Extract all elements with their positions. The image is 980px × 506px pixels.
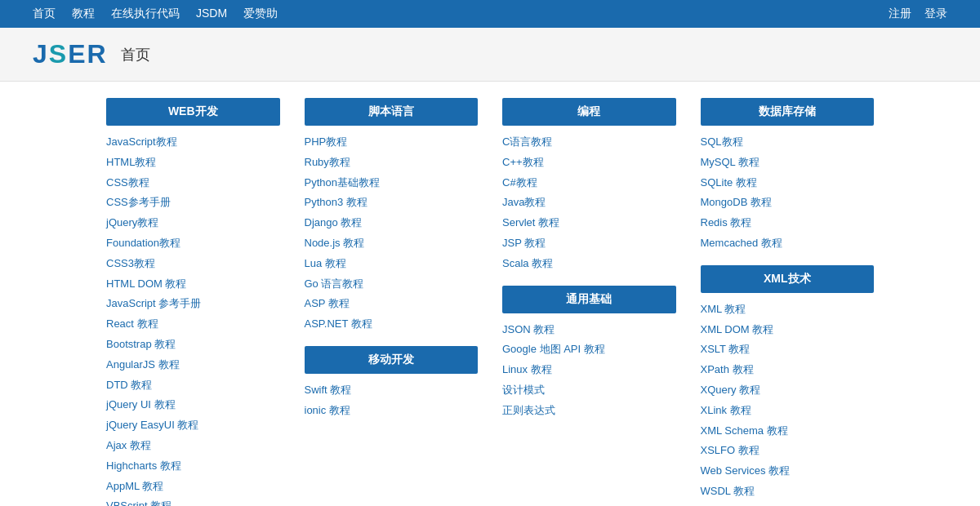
- tutorial-link[interactable]: JSP 教程: [502, 237, 546, 249]
- tutorial-link[interactable]: AngularJS 教程: [106, 358, 180, 371]
- list-item: Node.js 教程: [305, 235, 479, 252]
- list-xml: XML 教程XML DOM 教程XSLT 教程XPath 教程XQuery 教程…: [701, 301, 875, 500]
- tutorial-link[interactable]: Scala 教程: [502, 257, 553, 269]
- nav-right: 注册 登录: [889, 7, 947, 21]
- nav-login[interactable]: 登录: [924, 7, 947, 21]
- nav-home[interactable]: 首页: [33, 7, 56, 21]
- list-item: XLink 教程: [701, 402, 875, 419]
- tutorial-link[interactable]: Python基础教程: [305, 176, 380, 189]
- tutorial-link[interactable]: Google 地图 API 教程: [502, 343, 605, 355]
- tutorial-link[interactable]: Bootstrap 教程: [106, 338, 176, 350]
- tutorial-link[interactable]: Java教程: [502, 196, 546, 208]
- list-item: XML 教程: [701, 301, 875, 318]
- nav-jsdm[interactable]: JSDM: [196, 7, 227, 21]
- tutorial-link[interactable]: ASP.NET 教程: [305, 317, 372, 330]
- tutorial-link[interactable]: JavaScript 参考手册: [106, 297, 201, 309]
- tutorial-link[interactable]: XML 教程: [701, 303, 746, 315]
- tutorial-link[interactable]: 正则表达式: [502, 404, 555, 416]
- tutorial-link[interactable]: CSS3教程: [106, 257, 155, 269]
- tutorial-link[interactable]: JavaScript教程: [106, 135, 177, 148]
- tutorial-link[interactable]: 设计模式: [502, 384, 545, 396]
- list-item: Foundation教程: [106, 235, 280, 252]
- tutorial-link[interactable]: CSS参考手册: [106, 196, 171, 208]
- tutorial-link[interactable]: Redis 教程: [701, 216, 752, 229]
- tutorial-link[interactable]: Python3 教程: [305, 196, 368, 208]
- tutorial-link[interactable]: XPath 教程: [701, 363, 754, 375]
- nav-register[interactable]: 注册: [889, 7, 911, 21]
- list-item: MongoDB 教程: [701, 194, 875, 211]
- tutorial-link[interactable]: PHP教程: [305, 135, 348, 148]
- tutorial-link[interactable]: Ruby教程: [305, 156, 350, 168]
- list-item: SQL教程: [701, 134, 875, 151]
- nav-online-code[interactable]: 在线执行代码: [111, 7, 180, 21]
- tutorial-link[interactable]: Node.js 教程: [305, 237, 365, 249]
- tutorial-link[interactable]: XSLT 教程: [701, 343, 751, 355]
- tutorial-link[interactable]: HTML教程: [106, 156, 156, 168]
- tutorial-link[interactable]: XML DOM 教程: [701, 323, 774, 335]
- tutorial-link[interactable]: C#教程: [502, 176, 537, 189]
- header-general: 通用基础: [502, 286, 676, 313]
- site-header: JSER 首页: [0, 28, 980, 82]
- tutorial-link[interactable]: Go 语言教程: [305, 277, 364, 290]
- tutorial-link[interactable]: DTD 教程: [106, 379, 152, 391]
- tutorial-link[interactable]: Servlet 教程: [502, 216, 559, 229]
- tutorial-link[interactable]: XLink 教程: [701, 404, 751, 416]
- tutorial-link[interactable]: Django 教程: [305, 216, 363, 229]
- list-item: Python3 教程: [305, 194, 479, 211]
- tutorial-link[interactable]: jQuery教程: [106, 216, 158, 229]
- tutorial-link[interactable]: Memcached 教程: [701, 237, 782, 249]
- list-item: jQuery教程: [106, 215, 280, 232]
- list-item: Servlet 教程: [502, 215, 676, 232]
- tutorial-link[interactable]: ionic 教程: [305, 404, 350, 416]
- header-mobile: 移动开发: [305, 346, 479, 374]
- tutorial-link[interactable]: jQuery UI 教程: [106, 398, 176, 411]
- tutorial-link[interactable]: AppML 教程: [106, 480, 163, 492]
- tutorial-link[interactable]: VBScript 教程: [106, 499, 172, 506]
- list-item: Highcharts 教程: [106, 458, 280, 475]
- tutorial-link[interactable]: CSS教程: [106, 176, 149, 189]
- tutorial-link[interactable]: HTML DOM 教程: [106, 277, 186, 290]
- tutorial-link[interactable]: ASP 教程: [305, 297, 350, 309]
- tutorial-link[interactable]: Ajax 教程: [106, 439, 151, 451]
- list-item: Web Services 教程: [701, 463, 875, 480]
- tutorial-link[interactable]: WSDL 教程: [701, 485, 755, 497]
- tutorial-link[interactable]: MongoDB 教程: [701, 196, 772, 208]
- list-item: Google 地图 API 教程: [502, 341, 676, 358]
- list-item: jQuery UI 教程: [106, 397, 280, 414]
- list-item: Java教程: [502, 194, 676, 211]
- tutorial-link[interactable]: MySQL 教程: [701, 156, 760, 168]
- list-item: XML Schema 教程: [701, 423, 875, 440]
- list-item: XML DOM 教程: [701, 322, 875, 339]
- tutorial-link[interactable]: C语言教程: [502, 135, 552, 148]
- tutorial-link[interactable]: jQuery EasyUI 教程: [106, 419, 198, 431]
- list-item: XSLFO 教程: [701, 442, 875, 459]
- tutorial-link[interactable]: Highcharts 教程: [106, 459, 181, 472]
- col-database: 数据库存储 SQL教程MySQL 教程SQLite 教程MongoDB 教程Re…: [701, 98, 875, 506]
- tutorial-link[interactable]: XML Schema 教程: [701, 424, 788, 437]
- list-item: CSS教程: [106, 175, 280, 192]
- tutorial-link[interactable]: Swift 教程: [305, 384, 352, 396]
- tutorial-link[interactable]: React 教程: [106, 317, 158, 330]
- tutorial-link[interactable]: XSLFO 教程: [701, 444, 760, 456]
- tutorial-link[interactable]: SQLite 教程: [701, 176, 757, 189]
- nav-tutorials[interactable]: 教程: [72, 7, 95, 21]
- list-item: Go 语言教程: [305, 276, 479, 293]
- list-item: JSON 教程: [502, 322, 676, 339]
- list-item: XQuery 教程: [701, 382, 875, 399]
- tutorial-link[interactable]: SQL教程: [701, 135, 743, 148]
- tutorial-link[interactable]: Foundation教程: [106, 237, 180, 249]
- list-database: SQL教程MySQL 教程SQLite 教程MongoDB 教程Redis 教程…: [701, 134, 875, 252]
- tutorial-link[interactable]: Linux 教程: [502, 363, 552, 375]
- list-item: XPath 教程: [701, 362, 875, 379]
- tutorial-link[interactable]: Lua 教程: [305, 257, 346, 269]
- tutorial-link[interactable]: Web Services 教程: [701, 464, 791, 477]
- tutorial-link[interactable]: JSON 教程: [502, 323, 555, 335]
- col-web: WEB开发 JavaScript教程HTML教程CSS教程CSS参考手册jQue…: [106, 98, 280, 506]
- nav-sponsor[interactable]: 爱赞助: [243, 7, 278, 21]
- tutorial-link[interactable]: XQuery 教程: [701, 384, 761, 396]
- tutorial-link[interactable]: C++教程: [502, 156, 544, 168]
- list-item: Bootstrap 教程: [106, 336, 280, 353]
- list-item: ionic 教程: [305, 402, 479, 419]
- list-item: JavaScript教程: [106, 134, 280, 151]
- list-item: Python基础教程: [305, 175, 479, 192]
